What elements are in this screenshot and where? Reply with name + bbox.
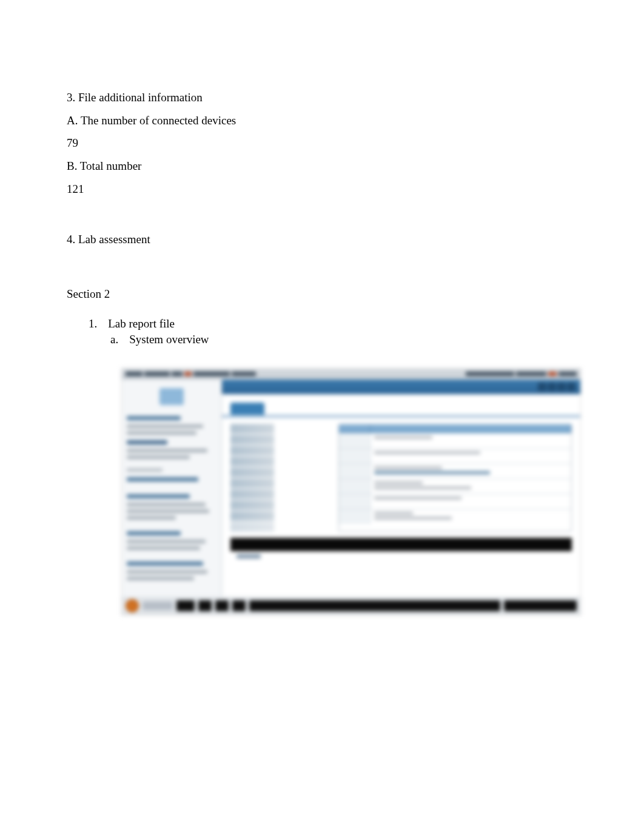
sub-b-label: B. Total number	[67, 158, 577, 174]
start-button-icon	[126, 599, 139, 612]
list-item-system-overview: System overview	[129, 332, 209, 347]
screenshot-sidebar	[122, 380, 222, 615]
black-strip	[230, 538, 572, 551]
header-icon	[548, 383, 556, 391]
side-chart	[230, 424, 274, 532]
header-icon	[557, 383, 566, 391]
screenshot-taskbar	[122, 597, 580, 615]
content-tab	[230, 403, 264, 415]
heading-file-additional-info: 3. File additional information	[67, 90, 577, 106]
screenshot-main	[222, 380, 580, 615]
list-marker-a: a.	[110, 332, 118, 347]
window-titlebar	[122, 369, 580, 380]
header-icon	[538, 383, 546, 391]
sub-b-value: 121	[67, 181, 577, 197]
section-2-heading: Section 2	[67, 286, 577, 302]
screenshot-header-bar	[222, 380, 580, 394]
sub-a-value: 79	[67, 135, 577, 151]
sub-a-label: A. The number of connected devices	[67, 113, 577, 129]
header-icon	[567, 383, 575, 391]
info-table	[338, 424, 572, 532]
list-marker-1: 1.	[89, 316, 97, 332]
heading-lab-assessment: 4. Lab assessment	[67, 232, 577, 247]
sidebar-logo	[159, 388, 184, 405]
embedded-screenshot	[121, 368, 581, 615]
list-item-lab-report-file: Lab report file	[108, 316, 175, 332]
